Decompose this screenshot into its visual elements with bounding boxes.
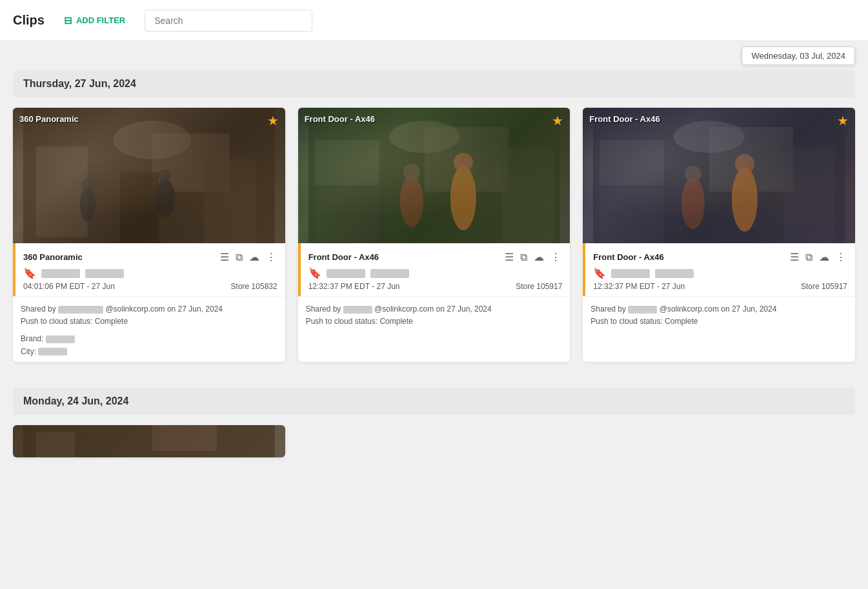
svg-rect-32 <box>152 425 217 451</box>
app-header: Clips ⊟ ADD FILTER <box>0 0 868 41</box>
clip-card: Front Door - Ax46 ★ Front Door - Ax46 ☰ … <box>583 108 855 362</box>
svg-point-24 <box>681 177 705 229</box>
date-section-header-monday: Monday, 24 Jun, 2024 <box>13 388 855 415</box>
star-icon: ★ <box>267 113 279 128</box>
redacted-user-2 <box>370 269 409 278</box>
add-filter-button[interactable]: ⊟ ADD FILTER <box>57 11 132 30</box>
redacted-email <box>628 306 657 314</box>
clip-meta-row: 🔖 <box>308 267 563 279</box>
svg-point-5 <box>114 121 191 159</box>
clip-card: Front Door - Ax46 ★ Front Door - Ax46 ☰ … <box>298 108 570 362</box>
clip-info-row: Front Door - Ax46 ☰ ⧉ ☁ ⋮ <box>308 250 563 265</box>
svg-point-26 <box>732 167 758 232</box>
notes-icon[interactable]: ☰ <box>789 250 800 265</box>
more-icon[interactable]: ⋮ <box>834 250 847 265</box>
clip-shared: Shared by @solinkcorp.com on 27 Jun, 202… <box>298 296 570 332</box>
thumbnail-image <box>583 108 855 243</box>
date-section-header-thursday: Thursday, 27 Jun, 2024 <box>13 70 855 97</box>
clip-actions: ☰ ⧉ ☁ ⋮ <box>503 250 562 265</box>
star-icon: ★ <box>552 113 563 128</box>
svg-point-13 <box>389 121 459 153</box>
bookmark-icon: 🔖 <box>23 267 36 279</box>
clip-info: Front Door - Ax46 ☰ ⧉ ☁ ⋮ 🔖 <box>583 243 855 296</box>
svg-point-27 <box>735 154 754 174</box>
camera-label: Front Door - Ax46 <box>305 114 375 124</box>
svg-rect-28 <box>783 146 835 243</box>
svg-point-8 <box>80 186 96 223</box>
thumbnail-image <box>298 108 570 243</box>
svg-point-23 <box>674 121 745 153</box>
redacted-user-1 <box>327 269 365 278</box>
search-input[interactable] <box>145 10 312 32</box>
clip-shared: Shared by @solinkcorp.com on 27 Jun, 202… <box>13 296 285 362</box>
clip-info: Front Door - Ax46 ☰ ⧉ ☁ ⋮ 🔖 <box>298 243 570 296</box>
camera-label: 360 Panoramic <box>19 114 79 124</box>
svg-rect-18 <box>501 146 553 243</box>
svg-point-16 <box>450 166 476 230</box>
clip-timestamp: 12:32:37 PM EDT - 27 Jun Store 105917 <box>308 282 563 291</box>
clip-card: 360 Panoramic ★ 360 Panoramic ☰ ⧉ ☁ ⋮ <box>13 108 285 362</box>
page-title: Clips <box>13 13 45 28</box>
bookmark-icon: 🔖 <box>593 267 606 279</box>
more-icon[interactable]: ⋮ <box>265 250 278 265</box>
copy-icon[interactable]: ⧉ <box>234 250 244 265</box>
clip-actions: ☰ ⧉ ☁ ⋮ <box>789 250 847 265</box>
filter-icon: ⊟ <box>64 15 72 26</box>
clip-card-stub <box>13 425 285 457</box>
star-icon: ★ <box>837 113 849 128</box>
svg-point-6 <box>156 179 175 217</box>
stub-thumbnail <box>13 425 285 457</box>
clip-thumbnail[interactable]: Front Door - Ax46 ★ <box>298 108 570 243</box>
svg-point-14 <box>399 175 423 227</box>
main-content: Thursday, 27 Jun, 2024 <box>0 70 868 492</box>
redacted-user-1 <box>611 269 650 278</box>
clip-shared: Shared by @solinkcorp.com on 27 Jun, 202… <box>583 296 855 332</box>
clip-timestamp: 04:01:06 PM EDT - 27 Jun Store 105832 <box>23 282 278 291</box>
redacted-email <box>343 306 372 314</box>
clip-store: Store 105832 <box>231 282 278 291</box>
date-section-thursday: Thursday, 27 Jun, 2024 <box>13 70 855 372</box>
svg-point-9 <box>82 178 94 190</box>
clips-grid-monday <box>13 415 855 457</box>
cloud-icon[interactable]: ☁ <box>248 250 261 265</box>
redacted-user-2 <box>85 269 124 278</box>
svg-rect-1 <box>36 146 88 237</box>
cloud-icon[interactable]: ☁ <box>818 250 831 265</box>
svg-rect-19 <box>308 185 385 243</box>
redacted-email <box>58 306 103 314</box>
clip-meta-row: 🔖 <box>23 267 278 279</box>
more-icon[interactable]: ⋮ <box>549 250 562 265</box>
date-section-monday: Monday, 24 Jun, 2024 <box>13 388 855 457</box>
redacted-city <box>38 348 67 355</box>
redacted-brand <box>46 335 75 343</box>
date-tooltip-bar: Wednesday, 03 Jul, 2024 <box>0 41 868 70</box>
clip-info: 360 Panoramic ☰ ⧉ ☁ ⋮ 🔖 <box>13 243 285 296</box>
svg-rect-31 <box>36 432 75 457</box>
clip-thumbnail[interactable]: 360 Panoramic ★ <box>13 108 285 243</box>
bookmark-icon: 🔖 <box>308 267 321 279</box>
clip-camera-name: Front Door - Ax46 <box>593 252 663 262</box>
redacted-user-1 <box>41 269 80 278</box>
clip-info-row: Front Door - Ax46 ☰ ⧉ ☁ ⋮ <box>593 250 847 265</box>
clips-grid-thursday: 360 Panoramic ★ 360 Panoramic ☰ ⧉ ☁ ⋮ <box>13 97 855 372</box>
clip-actions: ☰ ⧉ ☁ ⋮ <box>219 250 278 265</box>
cloud-icon[interactable]: ☁ <box>532 250 545 265</box>
clip-camera-name: Front Door - Ax46 <box>308 252 379 262</box>
copy-icon[interactable]: ⧉ <box>519 250 529 265</box>
camera-label: Front Door - Ax46 <box>589 114 660 124</box>
clip-meta-row: 🔖 <box>593 267 847 279</box>
notes-icon[interactable]: ☰ <box>503 250 515 265</box>
clip-thumbnail[interactable]: Front Door - Ax46 ★ <box>583 108 855 243</box>
clip-timestamp: 12:32:37 PM EDT - 27 Jun Store 105917 <box>593 282 847 291</box>
svg-point-25 <box>685 166 701 183</box>
thumbnail-image <box>13 108 285 243</box>
clip-store: Store 105917 <box>801 282 847 291</box>
svg-rect-4 <box>204 159 256 243</box>
clip-info-row: 360 Panoramic ☰ ⧉ ☁ ⋮ <box>23 250 278 265</box>
copy-icon[interactable]: ⧉ <box>804 250 814 265</box>
svg-point-7 <box>159 169 172 182</box>
clip-camera-name: 360 Panoramic <box>23 252 83 262</box>
svg-rect-29 <box>593 185 671 243</box>
date-tooltip: Wednesday, 03 Jul, 2024 <box>742 46 855 65</box>
notes-icon[interactable]: ☰ <box>219 250 230 265</box>
